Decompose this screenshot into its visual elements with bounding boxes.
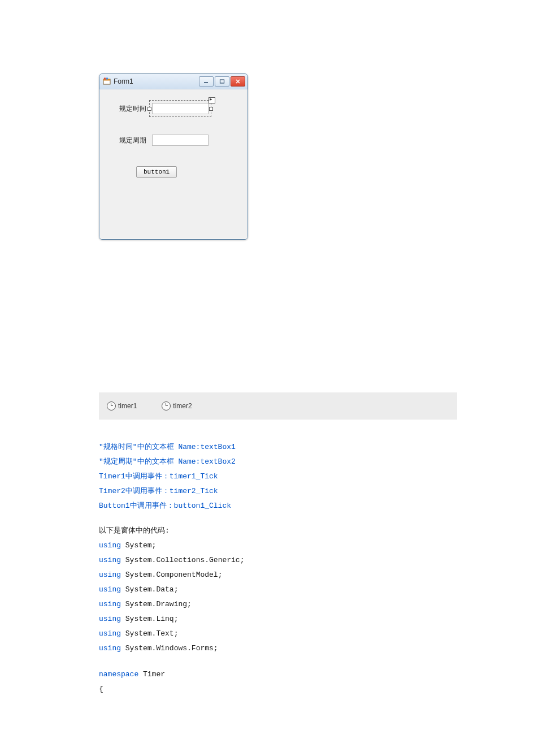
keyword: using: [99, 644, 121, 653]
note-code: button1_Click: [174, 502, 231, 510]
code-text: System.Linq;: [121, 615, 178, 623]
timer-icon: [107, 401, 116, 411]
form-app-icon: [103, 77, 111, 85]
note-line: "规定周期"中的文本框 Name:textBox2: [99, 455, 534, 469]
keyword: namespace: [99, 670, 138, 679]
textbox1[interactable]: [152, 103, 209, 114]
note-code: Name:textBox1: [178, 443, 235, 451]
code-line: using System.Linq;: [99, 612, 534, 627]
note-line: Button1中调用事件：button1_Click: [99, 499, 534, 513]
keyword: using: [99, 600, 121, 608]
code-text: System.ComponentModel;: [121, 571, 222, 579]
code-heading: 以下是窗体中的代码:: [99, 524, 534, 538]
notes-block: "规格时间"中的文本框 Name:textBox1 "规定周期"中的文本框 Na…: [99, 440, 534, 697]
code-text: System.Collections.Generic;: [121, 556, 244, 564]
tray-timer1[interactable]: timer1: [107, 401, 137, 411]
code-text: System.Windows.Forms;: [121, 644, 218, 653]
svg-rect-5: [220, 80, 224, 83]
form-title: Form1: [114, 77, 199, 85]
row-time: 规定时间: [119, 103, 237, 114]
resize-handle-icon[interactable]: [209, 107, 213, 111]
code-line: using System.Data;: [99, 582, 534, 597]
code-line: using System;: [99, 538, 534, 553]
component-tray: timer1 timer2: [99, 392, 457, 420]
keyword: using: [99, 629, 121, 638]
code-line: using System.Drawing;: [99, 597, 534, 612]
svg-rect-3: [106, 78, 108, 80]
tray-timer2-label: timer2: [173, 402, 192, 410]
note-text: 中调用事件：: [130, 502, 174, 510]
code-text: System.Drawing;: [121, 600, 192, 608]
keyword: using: [99, 615, 121, 623]
note-text: 中调用事件：: [125, 472, 170, 481]
note-code: Timer2: [99, 487, 125, 495]
keyword: using: [99, 556, 121, 564]
label-period: 规定周期: [119, 136, 152, 145]
note-code: Name:textBox2: [178, 457, 235, 466]
timer-icon: [162, 401, 171, 411]
keyword: using: [99, 541, 121, 550]
tray-timer1-label: timer1: [118, 402, 137, 410]
code-text: Timer: [138, 670, 165, 679]
note-code: Button1: [99, 502, 130, 510]
code-line: namespace Timer: [99, 667, 534, 682]
code-text: System.Data;: [121, 585, 178, 594]
svg-rect-2: [104, 78, 106, 80]
note-line: Timer1中调用事件：timer1_Tick: [99, 469, 534, 484]
code-line: using System.Text;: [99, 627, 534, 641]
maximize-button[interactable]: [215, 76, 229, 87]
note-text: 中调用事件：: [125, 487, 170, 495]
resize-handle-icon[interactable]: [147, 107, 151, 111]
note-text: "规定周期"中的文本框: [99, 457, 178, 466]
svg-rect-4: [204, 82, 208, 83]
titlebar: Form1: [99, 74, 248, 89]
smart-tag-icon[interactable]: [209, 97, 215, 103]
note-text: "规格时间"中的文本框: [99, 443, 178, 451]
window-buttons: [199, 76, 245, 87]
close-button[interactable]: [231, 76, 245, 87]
code-line: using System.Collections.Generic;: [99, 553, 534, 568]
form-client-area: 规定时间 规定周期 button1: [99, 89, 248, 239]
form-window: Form1 规定时间: [99, 74, 248, 240]
button1[interactable]: button1: [136, 166, 177, 178]
code-text: System;: [121, 541, 156, 550]
note-code: timer2_Tick: [170, 487, 218, 495]
note-line: Timer2中调用事件：timer2_Tick: [99, 484, 534, 499]
code-text: System.Text;: [121, 629, 178, 638]
keyword: using: [99, 585, 121, 594]
code-line: using System.ComponentModel;: [99, 568, 534, 582]
note-code: Timer1: [99, 472, 125, 481]
row-period: 规定周期: [119, 135, 237, 146]
minimize-button[interactable]: [199, 76, 214, 87]
note-code: timer1_Tick: [170, 472, 218, 481]
keyword: using: [99, 571, 121, 579]
textbox2[interactable]: [152, 135, 209, 146]
row-button: button1: [110, 166, 237, 178]
code-line: using System.Windows.Forms;: [99, 641, 534, 656]
note-line: "规格时间"中的文本框 Name:textBox1: [99, 440, 534, 455]
tray-timer2[interactable]: timer2: [162, 401, 192, 411]
code-line: {: [99, 682, 534, 697]
textbox1-selection: [152, 103, 209, 114]
